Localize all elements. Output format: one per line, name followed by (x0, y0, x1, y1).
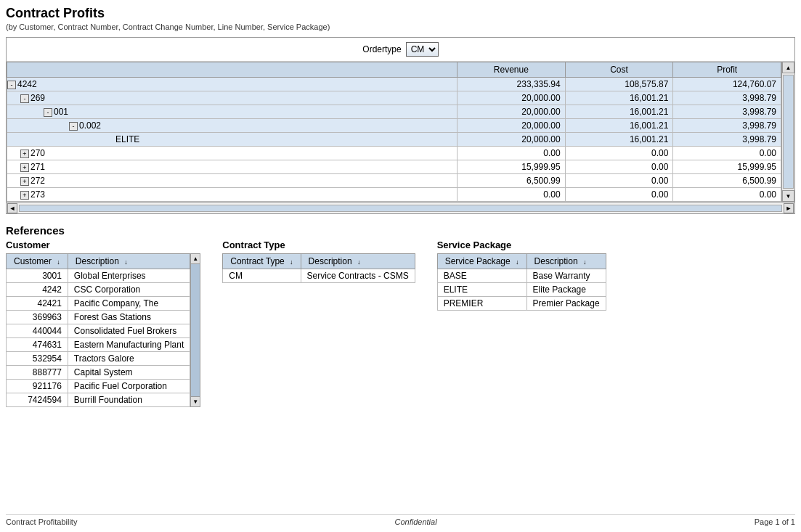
footer-right: Page 1 of 1 (755, 517, 795, 526)
row-label: 4242 (17, 79, 37, 89)
customer-desc: Burrill Foundation (68, 393, 190, 407)
cost-cell: 0.00 (565, 188, 673, 202)
list-item: CMService Contracts - CSMS (223, 269, 415, 283)
row-label: 273 (31, 189, 45, 200)
revenue-cell: 15,999.95 (458, 160, 566, 174)
ordertype-select[interactable]: CM (406, 42, 439, 57)
list-item: ELITEElite Package (437, 283, 606, 297)
customer-id: 3001 (7, 269, 68, 283)
ct-sort-icon: ↓ (290, 258, 293, 266)
page-footer: Contract Profitability Confidential Page… (6, 514, 795, 526)
customer-id: 921176 (7, 380, 68, 393)
row-label: 270 (31, 148, 45, 158)
sp-desc-sort-icon: ↓ (583, 258, 587, 266)
collapse-icon[interactable]: - (20, 94, 29, 103)
expand-icon[interactable]: + (20, 163, 29, 172)
cost-cell: 108,575.87 (565, 78, 673, 91)
list-item: 888777Capital System (7, 366, 190, 380)
row-label: 269 (31, 93, 45, 103)
references-title: References (6, 224, 795, 237)
contract-type-desc: Service Contracts - CSMS (301, 269, 415, 283)
page-title: Contract Profits (6, 6, 795, 21)
contract-type-desc-col-header: Description ↓ (301, 254, 415, 269)
list-item: 532954Tractors Galore (7, 352, 190, 366)
customer-reference: Customer Customer ↓ Description ↓ 3001Gl… (6, 240, 200, 407)
customer-scroll-down[interactable]: ▼ (191, 396, 200, 406)
service-package-desc-col-header: Description ↓ (526, 254, 606, 269)
row-label: 0.002 (79, 120, 101, 131)
list-item: 3001Global Enterprises (7, 269, 190, 283)
desc-sort-icon: ↓ (124, 258, 128, 266)
collapse-icon[interactable]: - (69, 122, 78, 131)
table-row: +2730.000.000.00 (7, 188, 781, 202)
table-row: -00120,000.0016,001.213,998.79 (7, 105, 781, 119)
revenue-cell: 6,500.99 (458, 174, 566, 188)
table-row: -26920,000.0016,001.213,998.79 (7, 91, 781, 105)
page-subtitle: (by Customer, Contract Number, Contract … (6, 22, 795, 31)
customer-id: 4242 (7, 283, 68, 297)
profit-cell: 3,998.79 (673, 119, 781, 133)
service-package-reference: Service Package Service Package ↓ Descri… (437, 240, 606, 311)
revenue-cell: 0.00 (458, 188, 566, 202)
list-item: 7424594Burrill Foundation (7, 393, 190, 407)
scroll-up-button[interactable]: ▲ (782, 62, 794, 73)
table-row: -4242233,335.94108,575.87124,760.07 (7, 78, 781, 91)
revenue-cell: 20,000.00 (458, 119, 566, 133)
customer-id: 440044 (7, 324, 68, 338)
customer-sort-icon: ↓ (57, 258, 60, 266)
expand-icon[interactable]: + (20, 191, 29, 200)
list-item: PREMIERPremier Package (437, 297, 606, 311)
table-row: +27115,999.950.0015,999.95 (7, 160, 781, 174)
collapse-icon[interactable]: - (7, 81, 16, 89)
customer-desc: Eastern Manufacturing Plant (68, 338, 190, 352)
footer-center: Confidential (395, 517, 437, 526)
customer-desc: Pacific Company, The (68, 297, 190, 311)
service-package-desc: Base Warranty (526, 269, 606, 283)
list-item: 42421Pacific Company, The (7, 297, 190, 311)
revenue-col-header: Revenue (458, 62, 566, 78)
list-item: 4242CSC Corporation (7, 283, 190, 297)
customer-table: Customer ↓ Description ↓ 3001Global Ente… (6, 253, 190, 407)
cost-cell: 0.00 (565, 160, 673, 174)
contract-type-id: CM (223, 269, 301, 283)
h-scroll-left-button[interactable]: ◄ (7, 203, 17, 213)
list-item: 921176Pacific Fuel Corporation (7, 380, 190, 393)
service-package-table: Service Package ↓ Description ↓ BASEBase… (437, 253, 606, 311)
customer-desc: Capital System (68, 366, 190, 380)
row-label: 272 (31, 176, 45, 186)
ordertype-label: Ordertype (362, 44, 401, 54)
contract-type-col-header: Contract Type ↓ (223, 254, 301, 269)
report-toolbar: Ordertype CM (7, 38, 794, 62)
row-label: 271 (31, 162, 45, 172)
row-label: 001 (54, 107, 68, 117)
collapse-icon[interactable]: - (44, 108, 52, 117)
customer-col-header: Customer ↓ (7, 254, 68, 269)
revenue-cell: 20,000.00 (458, 91, 566, 105)
expand-icon[interactable]: + (20, 177, 29, 186)
customer-desc: Pacific Fuel Corporation (68, 380, 190, 393)
cost-cell: 0.00 (565, 147, 673, 160)
h-scroll-right-button[interactable]: ► (784, 203, 794, 213)
service-package-ref-title: Service Package (437, 240, 606, 250)
service-package-desc: Premier Package (526, 297, 606, 311)
profit-cell: 3,998.79 (673, 91, 781, 105)
expand-icon[interactable]: + (20, 150, 29, 158)
customer-desc: Consolidated Fuel Brokers (68, 324, 190, 338)
list-item: BASEBase Warranty (437, 269, 606, 283)
ct-desc-sort-icon: ↓ (357, 258, 361, 266)
cost-cell: 0.00 (565, 174, 673, 188)
customer-desc: Forest Gas Stations (68, 311, 190, 324)
customer-id: 474631 (7, 338, 68, 352)
customer-id: 532954 (7, 352, 68, 366)
customer-id: 369963 (7, 311, 68, 324)
service-package-id: PREMIER (437, 297, 526, 311)
profit-cell: 3,998.79 (673, 133, 781, 147)
row-label: ELITE (115, 134, 139, 144)
contract-type-table: Contract Type ↓ Description ↓ CMService … (222, 253, 415, 283)
scroll-down-button[interactable]: ▼ (782, 190, 794, 202)
revenue-cell: 20,000.00 (458, 133, 566, 147)
service-package-desc: Elite Package (526, 283, 606, 297)
cost-cell: 16,001.21 (565, 91, 673, 105)
customer-desc-col-header: Description ↓ (68, 254, 190, 269)
customer-scroll-up[interactable]: ▲ (191, 254, 200, 264)
